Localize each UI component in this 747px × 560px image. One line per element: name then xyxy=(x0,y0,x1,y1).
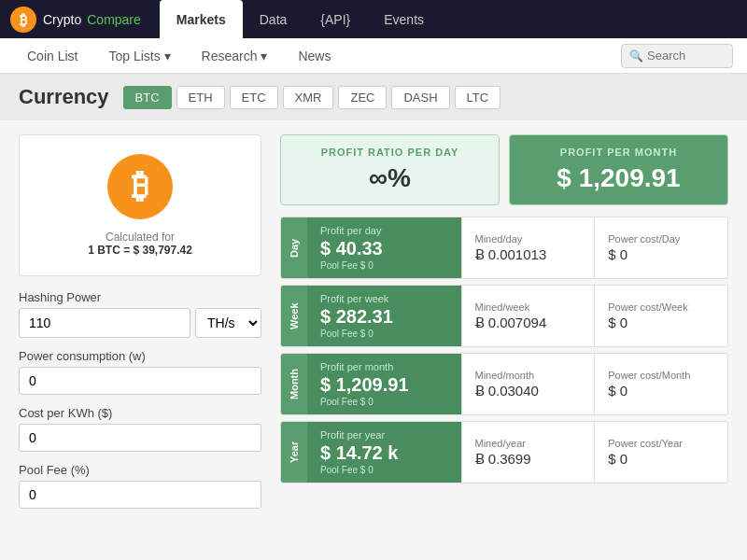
coin-display: ₿ Calculated for 1 BTC = $ 39,797.42 xyxy=(19,134,261,276)
data-row-week-label: Week xyxy=(281,286,307,346)
sub-nav-top-lists[interactable]: Top Lists ▾ xyxy=(95,38,183,74)
data-row-year-mined-value: Ƀ 0.3699 xyxy=(475,451,582,468)
data-row-month-pool-fee: Pool Fee $ 0 xyxy=(320,397,448,407)
hashing-power-unit-select[interactable]: TH/s GH/s MH/s xyxy=(195,308,261,338)
data-row-day-profit-label: Profit per day xyxy=(320,225,448,236)
currency-tabs: BTC ETH ETC XMR ZEC DASH LTC xyxy=(123,86,501,109)
data-row-day-pool-fee: Pool Fee $ 0 xyxy=(320,260,448,271)
currency-tab-btc[interactable]: BTC xyxy=(123,86,172,109)
search-box[interactable]: 🔍 xyxy=(621,44,733,68)
power-consumption-label: Power consumption (w) xyxy=(19,349,261,363)
currency-tab-xmr[interactable]: XMR xyxy=(283,86,334,109)
currency-title: Currency xyxy=(19,85,109,109)
data-row-year-power: Power cost/Year $ 0 xyxy=(594,422,727,483)
data-row-year-power-label: Power cost/Year xyxy=(608,438,714,449)
data-row-year-power-value: $ 0 xyxy=(608,451,714,467)
data-row-day-mined-value: Ƀ 0.001013 xyxy=(475,246,582,263)
currency-tab-ltc[interactable]: LTC xyxy=(455,86,501,109)
main-content: ₿ Calculated for 1 BTC = $ 39,797.42 Has… xyxy=(0,120,747,534)
currency-tab-zec[interactable]: ZEC xyxy=(338,86,387,109)
data-row-week-power-label: Power cost/Week xyxy=(608,301,714,313)
hashing-power-row: TH/s GH/s MH/s xyxy=(19,308,261,338)
data-row-month-power: Power cost/Month $ 0 xyxy=(594,354,727,414)
data-row-day-mined: Mined/day Ƀ 0.001013 xyxy=(461,217,595,278)
pool-fee-input[interactable] xyxy=(19,481,261,509)
search-input[interactable] xyxy=(647,49,731,63)
data-row-year-profit-label: Profit per year xyxy=(320,429,448,441)
data-row-day-power-label: Power cost/Day xyxy=(608,233,714,245)
logo[interactable]: ₿ CryptoCompare xyxy=(9,6,141,34)
currency-tab-dash[interactable]: DASH xyxy=(391,86,449,109)
data-row-month-profit-label: Profit per month xyxy=(320,361,448,372)
data-row-week-mined-label: Mined/week xyxy=(475,301,582,313)
sub-nav-news[interactable]: News xyxy=(285,38,344,74)
power-consumption-input[interactable] xyxy=(19,367,261,395)
data-row-month-power-value: $ 0 xyxy=(608,383,714,399)
svg-text:₿: ₿ xyxy=(20,12,27,28)
currency-tab-etc[interactable]: ETC xyxy=(230,86,278,109)
data-row-day-power-value: $ 0 xyxy=(608,246,714,262)
top-nav-api[interactable]: {API} xyxy=(303,0,367,38)
data-row-week: Week Profit per week $ 282.31 Pool Fee $… xyxy=(280,285,728,347)
data-row-day-profit: Profit per day $ 40.33 Pool Fee $ 0 xyxy=(307,217,461,278)
currency-tab-eth[interactable]: ETH xyxy=(176,86,225,109)
bitcoin-icon: ₿ xyxy=(107,154,173,219)
data-row-year: Year Profit per year $ 14.72 k Pool Fee … xyxy=(280,421,728,483)
cost-per-kwh-group: Cost per KWh ($) xyxy=(19,406,261,452)
data-row-week-pool-fee: Pool Fee $ 0 xyxy=(320,329,448,339)
profit-month-label: PROFIT PER MONTH xyxy=(524,147,713,158)
pool-fee-label: Pool Fee (%) xyxy=(19,463,261,477)
coin-calc-value: 1 BTC = $ 39,797.42 xyxy=(88,244,192,257)
profit-ratio-card: PROFIT RATIO PER DAY ∞% xyxy=(280,134,500,205)
left-panel: ₿ Calculated for 1 BTC = $ 39,797.42 Has… xyxy=(19,134,261,520)
data-row-month-power-label: Power cost/Month xyxy=(608,370,714,381)
hashing-power-input[interactable] xyxy=(19,308,190,338)
profit-ratio-label: PROFIT RATIO PER DAY xyxy=(295,147,485,158)
cost-per-kwh-input[interactable] xyxy=(19,424,261,452)
coin-calc-label: Calculated for xyxy=(88,231,192,244)
hashing-power-group: Hashing Power TH/s GH/s MH/s xyxy=(19,290,261,338)
data-row-day-profit-value: $ 40.33 xyxy=(320,238,448,259)
logo-crypto-text: Crypto xyxy=(43,12,81,27)
profit-month-card: PROFIT PER MONTH $ 1,209.91 xyxy=(509,134,728,205)
data-row-week-profit: Profit per week $ 282.31 Pool Fee $ 0 xyxy=(307,286,461,346)
data-row-day-power: Power cost/Day $ 0 xyxy=(594,217,727,278)
data-row-month-mined-label: Mined/month xyxy=(475,370,582,381)
data-row-week-profit-label: Profit per week xyxy=(320,293,448,304)
data-row-week-mined-value: Ƀ 0.007094 xyxy=(475,315,582,331)
data-row-week-power-value: $ 0 xyxy=(608,315,714,330)
sub-nav-coin-list[interactable]: Coin List xyxy=(14,38,91,74)
currency-header: Currency BTC ETH ETC XMR ZEC DASH LTC xyxy=(0,74,747,120)
top-nav-markets[interactable]: Markets xyxy=(160,0,243,38)
profit-summary: PROFIT RATIO PER DAY ∞% PROFIT PER MONTH… xyxy=(280,134,728,205)
search-icon: 🔍 xyxy=(629,49,643,63)
logo-compare-text: Compare xyxy=(87,12,141,27)
data-row-month-label: Month xyxy=(281,354,307,414)
data-row-month-mined-value: Ƀ 0.03040 xyxy=(475,383,582,399)
data-row-year-profit-value: $ 14.72 k xyxy=(320,442,448,464)
data-row-month-profit: Profit per month $ 1,209.91 Pool Fee $ 0 xyxy=(307,354,461,414)
power-consumption-group: Power consumption (w) xyxy=(19,349,261,395)
data-row-year-pool-fee: Pool Fee $ 0 xyxy=(320,465,448,475)
right-panel: PROFIT RATIO PER DAY ∞% PROFIT PER MONTH… xyxy=(280,134,728,520)
sub-navigation: Coin List Top Lists ▾ Research ▾ News 🔍 xyxy=(0,38,747,74)
logo-icon: ₿ xyxy=(9,6,37,34)
data-row-month-profit-value: $ 1,209.91 xyxy=(320,374,448,396)
data-row-week-mined: Mined/week Ƀ 0.007094 xyxy=(461,286,595,346)
profit-month-value: $ 1,209.91 xyxy=(524,163,713,193)
top-nav-items: Markets Data {API} Events xyxy=(160,0,738,38)
data-row-year-profit: Profit per year $ 14.72 k Pool Fee $ 0 xyxy=(307,422,461,483)
data-row-month-mined: Mined/month Ƀ 0.03040 xyxy=(461,354,595,414)
data-row-day: Day Profit per day $ 40.33 Pool Fee $ 0 … xyxy=(280,217,728,279)
pool-fee-group: Pool Fee (%) xyxy=(19,463,261,509)
top-navigation: ₿ CryptoCompare Markets Data {API} Event… xyxy=(0,0,747,38)
top-nav-data[interactable]: Data xyxy=(243,0,304,38)
data-row-year-mined: Mined/year Ƀ 0.3699 xyxy=(461,422,595,483)
data-row-month: Month Profit per month $ 1,209.91 Pool F… xyxy=(280,353,728,415)
sub-nav-research[interactable]: Research ▾ xyxy=(189,38,281,74)
data-row-year-label: Year xyxy=(281,422,307,483)
cost-per-kwh-label: Cost per KWh ($) xyxy=(19,406,261,420)
top-nav-events[interactable]: Events xyxy=(367,0,441,38)
data-row-week-power: Power cost/Week $ 0 xyxy=(594,286,727,346)
profit-ratio-value: ∞% xyxy=(295,163,485,193)
